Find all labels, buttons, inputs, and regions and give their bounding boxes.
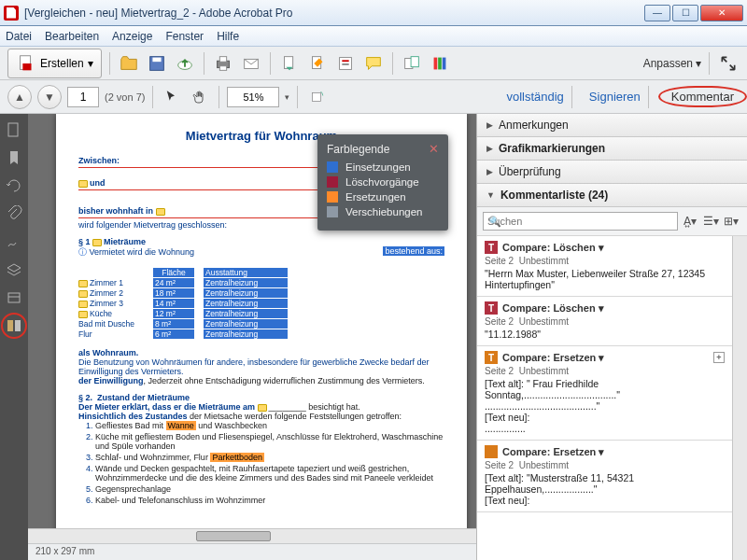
highlight-ring [1,313,27,339]
print-icon[interactable] [212,52,234,75]
accordion-ueberpruefung[interactable]: ▶Überprüfung [477,161,747,184]
svg-rect-15 [411,56,418,66]
app-icon [4,6,19,21]
menu-file[interactable]: Datei [6,30,32,43]
search-icon: 🔍 [488,216,501,228]
mode-full-button[interactable]: vollständig [506,90,563,104]
zoom-select[interactable] [227,87,279,107]
legend-title: Farblegende [327,143,389,156]
create-label: Erstellen [40,57,84,70]
legend-item: Ersetzungen [327,191,439,203]
comment-search-row: 🔍 A͍▾ ☰▾ ⊞▾ [477,207,747,236]
options-icon[interactable]: ⊞▾ [723,213,740,230]
tags-panel-icon[interactable] [6,289,22,306]
right-panel: ▶Anmerkungen ▶Grafikmarkierungen ▶Überpr… [476,114,747,560]
mode-sign-button[interactable]: Signieren [589,90,641,104]
svg-rect-13 [342,63,348,65]
rotate-icon[interactable] [305,86,328,108]
customize-button[interactable]: Anpassen ▾ [643,57,701,70]
statusbar: 210 x 297 mm [28,543,476,560]
note-icon[interactable] [258,404,267,412]
note-icon[interactable] [156,208,165,216]
svg-rect-20 [8,123,18,136]
menubar: Datei Bearbeiten Anzeige Fenster Hilfe [0,26,747,47]
svg-rect-3 [152,57,161,62]
svg-rect-18 [442,57,445,69]
attachments-panel-icon[interactable] [6,205,22,222]
comment-tool-icon[interactable] [362,52,385,75]
window-title: [Vergleichen - neu] Mietvertrag_2 - Adob… [24,7,644,20]
page-down-button[interactable]: ▼ [37,85,62,109]
sort-icon[interactable]: A͍▾ [682,213,698,230]
accordion-anmerkungen[interactable]: ▶Anmerkungen [477,114,747,137]
page-up-button[interactable]: ▲ [7,85,32,109]
svg-rect-9 [284,56,292,68]
export-icon[interactable] [278,52,301,75]
note-icon[interactable] [92,239,102,246]
maximize-button[interactable]: ☐ [672,5,698,21]
minimize-button[interactable]: — [644,5,670,21]
accordion-kommentarliste[interactable]: ▼Kommentarliste (24) [477,184,747,207]
comment-item[interactable]: TCompare: Löschen ▾Seite 2 Unbestimmt"11… [477,297,732,346]
email-icon[interactable] [240,52,262,75]
cloud-icon[interactable] [174,52,196,75]
menu-window[interactable]: Fenster [165,30,204,43]
horizontal-scrollbar[interactable] [28,528,476,543]
svg-rect-19 [313,92,321,101]
create-button[interactable]: Erstellen ▾ [7,49,102,78]
svg-rect-7 [219,65,226,70]
legend-item: Einsetzungen [327,161,439,173]
page-number-input[interactable] [67,87,99,107]
comment-item[interactable]: TCompare: Ersetzen ▾+Seite 2 Unbestimmt[… [477,346,732,441]
layers-panel-icon[interactable] [6,261,22,278]
window-titlebar: [Vergleichen - neu] Mietvertrag_2 - Adob… [0,0,747,26]
comment-item[interactable]: TCompare: Löschen ▾Seite 2 Unbestimmt"He… [477,236,732,297]
open-icon[interactable] [118,52,140,75]
pages-panel-icon[interactable] [6,121,22,138]
color-legend-popup[interactable]: Farblegende✕ EinsetzungenLöschvorgängeEr… [317,134,448,231]
svg-rect-21 [8,293,20,302]
history-panel-icon[interactable] [6,177,22,194]
svg-rect-6 [219,56,226,61]
comment-item[interactable]: Compare: Ersetzen ▾Seite 2 Unbestimmt[Te… [477,441,732,512]
color-icon[interactable] [429,52,451,75]
svg-rect-17 [438,57,442,69]
filter-icon[interactable]: ☰▾ [702,213,719,230]
expand-icon[interactable]: + [713,352,725,363]
form-icon[interactable] [334,52,357,75]
left-sidebar [0,114,28,560]
select-tool-icon[interactable] [161,86,183,108]
create-pdf-icon [16,53,36,74]
zoom-dropdown-icon[interactable]: ▾ [285,92,289,102]
svg-rect-12 [342,60,348,62]
toolbar-nav: ▲ ▼ (2 von 7) ▾ vollständig Signieren Ko… [0,80,747,114]
comment-search-input[interactable] [483,212,678,231]
menu-view[interactable]: Anzeige [112,30,152,43]
edit-pdf-icon[interactable] [306,52,329,75]
svg-rect-1 [22,63,31,70]
signatures-panel-icon[interactable] [6,233,22,250]
note-icon[interactable] [78,180,88,188]
combine-icon[interactable] [401,52,423,75]
close-button[interactable]: ✕ [700,5,743,21]
page-total-label: (2 von 7) [105,91,145,103]
accordion-grafik[interactable]: ▶Grafikmarkierungen [477,137,747,161]
toolbar-main: Erstellen ▾ Anpassen ▾ [0,47,747,80]
comments-list[interactable]: TCompare: Löschen ▾Seite 2 Unbestimmt"He… [477,236,732,560]
mode-comment-button[interactable]: Kommentar [666,88,740,105]
vertical-scrollbar[interactable] [732,236,747,560]
legend-close-icon[interactable]: ✕ [429,142,439,156]
menu-help[interactable]: Hilfe [217,30,239,43]
legend-item: Verschiebungen [327,206,439,217]
save-icon[interactable] [146,52,168,75]
fullscreen-icon[interactable] [717,52,740,75]
hand-tool-icon[interactable] [189,86,211,108]
svg-rect-16 [433,57,437,69]
bookmarks-panel-icon[interactable] [6,149,22,166]
menu-edit[interactable]: Bearbeiten [45,30,99,43]
legend-item: Löschvorgänge [327,176,439,188]
dropdown-icon: ▾ [88,57,93,70]
